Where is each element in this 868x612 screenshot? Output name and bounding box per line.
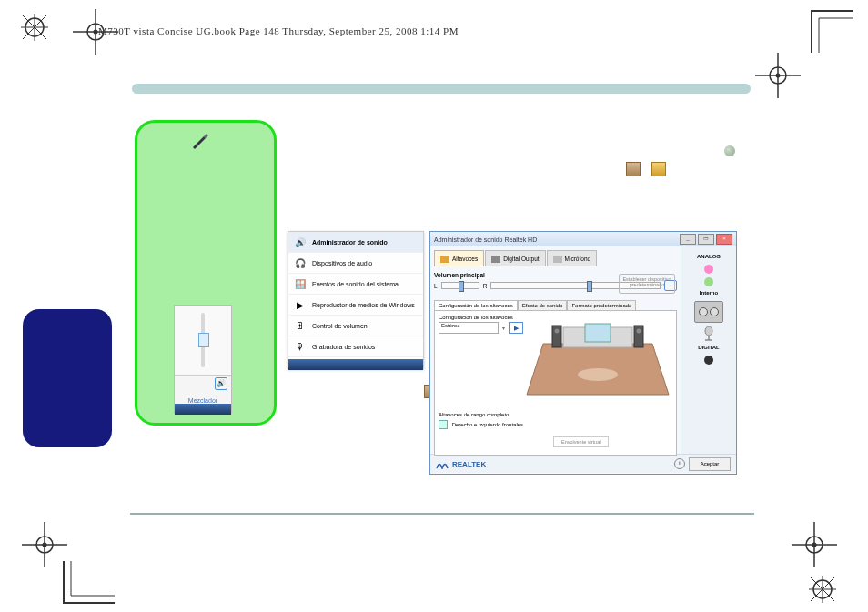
menu-item-system-sounds[interactable]: 🪟 Eventos de sonido del sistema: [288, 274, 423, 295]
menu-label: Dispositivos de audio: [312, 260, 372, 266]
svg-line-6: [23, 15, 46, 39]
subtab-default-format[interactable]: Formato predeterminado: [567, 300, 636, 310]
analog-jack-pink[interactable]: [704, 265, 713, 274]
volume-slider[interactable]: [175, 306, 231, 375]
set-default-device-button[interactable]: Establecer dispositivo predeterminado: [619, 274, 675, 294]
svg-point-4: [25, 18, 44, 36]
tab-speakers[interactable]: Altavoces: [434, 250, 484, 266]
recorder-icon: 🎙: [294, 340, 307, 353]
menu-item-recorder[interactable]: 🎙 Grabadora de sonidos: [288, 336, 423, 357]
microphone-icon: [703, 326, 714, 341]
crop-mark-bl: [22, 522, 67, 567]
menu-label: Eventos de sonido del sistema: [312, 281, 399, 287]
info-icon[interactable]: i: [674, 458, 685, 469]
dropdown-icon: ▾: [502, 325, 505, 331]
side-label-analog: ANALOG: [685, 254, 732, 259]
svg-point-34: [705, 326, 712, 336]
internal-speakers-icon: [694, 301, 723, 323]
side-callout-box: [23, 309, 112, 447]
menu-label: Administrador de sonido: [312, 239, 388, 246]
svg-point-3: [94, 30, 98, 35]
svg-point-15: [36, 537, 53, 553]
crop-corner-br: [804, 571, 841, 607]
speaker-icon: 🔊: [294, 236, 307, 248]
tab-label: Micrófono: [565, 256, 591, 262]
volume-mute-button[interactable]: 🔊: [175, 375, 231, 396]
subtab-speaker-config[interactable]: Configuración de los altavoces: [434, 300, 518, 310]
crop-mark-br: [792, 522, 837, 567]
note-callout-box: 🔊 Mezclador: [135, 120, 277, 426]
crop-mark-tr: [755, 53, 801, 98]
section-divider-top: [132, 84, 751, 94]
volume-popup: 🔊 Mezclador: [174, 305, 232, 414]
tray-realtek-icon[interactable]: [651, 162, 666, 176]
balance-right-label: R: [483, 283, 488, 289]
side-label-internal: Interno: [685, 290, 732, 296]
tab-digital-output[interactable]: Digital Output: [485, 250, 545, 266]
volume-icon: 🎚: [294, 319, 307, 332]
speaker-config-select[interactable]: Estéreo: [439, 322, 499, 334]
taskbar-strip: [288, 359, 423, 370]
section-divider-bottom: [130, 513, 754, 515]
globe-icon: [724, 145, 735, 156]
svg-line-22: [811, 577, 834, 601]
microphone-icon: [553, 256, 562, 263]
balance-left-label: L: [434, 283, 438, 289]
svg-point-21: [813, 580, 832, 598]
crop-corner-bl: [62, 559, 116, 605]
window-title: Administrador de sonido Realtek HD: [434, 236, 537, 243]
taskbar-strip: [175, 404, 231, 415]
minimize-button[interactable]: _: [680, 234, 696, 245]
menu-label: Reproductor de medios de Windows: [312, 302, 415, 308]
svg-point-16: [43, 543, 47, 547]
digital-jack[interactable]: [704, 356, 713, 365]
devices-icon: 🎧: [294, 256, 307, 269]
svg-line-5: [23, 15, 46, 39]
balance-slider[interactable]: [441, 282, 479, 289]
tab-label: Altavoces: [452, 256, 478, 262]
menu-item-volume-control[interactable]: 🎚 Control de volumen: [288, 316, 423, 336]
realtek-hd-audio-manager-window: Administrador de sonido Realtek HD _ ▭ ×…: [429, 231, 737, 475]
crop-corner-tr: [810, 9, 855, 55]
maximize-button[interactable]: ▭: [698, 234, 714, 245]
close-button[interactable]: ×: [716, 234, 732, 245]
menu-item-sound-manager[interactable]: 🔊 Administrador de sonido: [288, 232, 423, 253]
svg-point-32: [555, 329, 560, 334]
svg-point-12: [776, 74, 781, 78]
fullrange-front-checkbox[interactable]: [439, 420, 448, 429]
test-play-button[interactable]: ▶: [509, 322, 523, 334]
fullrange-front-label: Derecho e izquierdo frontales: [452, 422, 523, 427]
svg-point-20: [812, 543, 817, 547]
menu-label: Grabadora de sonidos: [312, 344, 375, 350]
events-icon: 🪟: [294, 277, 307, 290]
sound-start-menu: 🔊 Administrador de sonido 🎧 Dispositivos…: [288, 231, 424, 369]
menu-label: Control de volumen: [312, 323, 368, 329]
wmp-icon: ▶: [294, 298, 307, 311]
svg-point-33: [637, 329, 641, 334]
brand-text: REALTEK: [452, 460, 486, 468]
svg-point-11: [770, 67, 786, 84]
realtek-logo-icon: [436, 458, 449, 469]
window-titlebar[interactable]: Administrador de sonido Realtek HD _ ▭ ×: [430, 232, 736, 246]
menu-item-wmp[interactable]: ▶ Reproductor de medios de Windows: [288, 295, 423, 316]
tab-label: Digital Output: [503, 256, 539, 262]
pen-icon: [190, 130, 210, 154]
svg-rect-29: [585, 324, 611, 342]
svg-point-27: [578, 368, 618, 381]
svg-point-19: [806, 537, 823, 553]
tab-microphone[interactable]: Micrófono: [547, 250, 598, 266]
analog-jack-green[interactable]: [704, 277, 713, 286]
fullrange-title: Altavoces de rango completo: [439, 412, 523, 417]
subtab-sound-effects[interactable]: Efecto de sonido: [518, 300, 568, 310]
realtek-brand: REALTEK: [436, 458, 486, 469]
room-visualization: [525, 316, 671, 398]
crop-corner-tl: [16, 9, 53, 45]
virtual-surround-option[interactable]: Envolvente virtual: [553, 436, 609, 447]
digital-icon: [491, 256, 500, 263]
svg-line-23: [811, 577, 834, 601]
menu-item-audio-devices[interactable]: 🎧 Dispositivos de audio: [288, 253, 423, 274]
tray-speaker-icon[interactable]: [626, 162, 641, 176]
ok-button[interactable]: Aceptar: [689, 457, 731, 471]
page-header-text: M730T vista Concise UG.book Page 148 Thu…: [98, 25, 459, 36]
speaker-icon: [440, 256, 449, 263]
